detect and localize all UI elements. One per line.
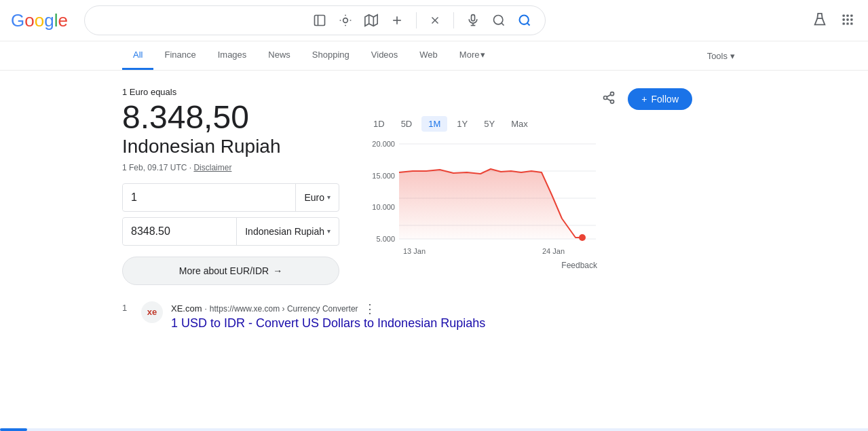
svg-rect-17	[846, 14, 848, 16]
to-input-row: Indonesian Rupiah ▾	[122, 217, 339, 246]
from-input-row: Euro ▾	[122, 183, 339, 212]
svg-point-27	[611, 100, 614, 103]
chart-x-labels: 13 Jan 24 Jan	[366, 247, 597, 255]
svg-rect-23	[846, 22, 848, 24]
svg-marker-2	[365, 15, 377, 26]
to-value-input[interactable]	[123, 219, 236, 244]
converter-card: 1 Euro equals 8.348,50 Indonesian Rupiah…	[122, 87, 692, 285]
map-icon[interactable]	[362, 11, 381, 30]
header: Google conversion dollar to rupiah	[0, 0, 868, 41]
time-tabs: 1D 5D 1M 1Y 5Y Max	[366, 116, 692, 132]
date-disclaimer: 1 Feb, 09.17 UTC · Disclaimer	[122, 163, 339, 172]
svg-rect-24	[850, 22, 852, 24]
mic-icon[interactable]	[464, 11, 483, 30]
chart-y-and-plot: 20.000 15.000 10.000 5.000	[366, 137, 597, 246]
search-icon[interactable]	[515, 11, 534, 30]
time-tab-1d[interactable]: 1D	[366, 116, 392, 132]
to-currency-select[interactable]: Indonesian Rupiah ▾	[237, 221, 339, 242]
svg-line-28	[607, 98, 611, 100]
time-tab-1y[interactable]: 1Y	[450, 116, 474, 132]
result-title-link[interactable]: 1 USD to IDR - Convert US Dollars to Ind…	[171, 316, 485, 330]
share-button[interactable]	[598, 87, 620, 111]
follow-plus-icon: +	[641, 94, 647, 105]
time-tab-5d[interactable]: 5D	[394, 116, 419, 132]
svg-point-12	[493, 16, 502, 24]
bookmark-icon[interactable]	[310, 11, 329, 30]
svg-line-15	[527, 23, 530, 26]
disclaimer-link[interactable]: Disclaimer	[193, 163, 231, 172]
euro-equals-label: 1 Euro equals	[122, 87, 339, 97]
svg-rect-0	[314, 16, 324, 26]
svg-line-13	[502, 23, 504, 26]
divider2	[453, 12, 454, 29]
follow-button[interactable]: + Follow	[628, 88, 692, 110]
chart-container: 20.000 15.000 10.000 5.000	[366, 137, 597, 270]
svg-rect-22	[843, 22, 845, 24]
table-row: 1 xe XE.com · https://www.xe.com › Curre…	[122, 301, 692, 331]
from-currency-select[interactable]: Euro ▾	[296, 187, 339, 208]
from-value-input[interactable]	[123, 185, 295, 210]
chart-svg	[399, 137, 596, 246]
divider	[416, 12, 417, 29]
more-about-button[interactable]: More about EUR/IDR →	[122, 257, 339, 285]
search-input[interactable]: conversion dollar to rupiah	[96, 14, 305, 26]
svg-point-14	[519, 16, 528, 24]
nav-shopping[interactable]: Shopping	[301, 41, 360, 70]
lens-icon[interactable]	[489, 11, 508, 30]
to-currency-chevron: ▾	[327, 227, 331, 235]
result-content: XE.com · https://www.xe.com › Currency C…	[171, 301, 692, 331]
feedback-row: Feedback	[366, 261, 597, 270]
clear-icon[interactable]	[426, 12, 444, 29]
svg-rect-18	[850, 14, 852, 16]
svg-rect-16	[843, 14, 845, 16]
chart-y-labels: 20.000 15.000 10.000 5.000	[366, 137, 399, 246]
result-logo-xe: xe	[141, 301, 163, 323]
nav-right: Tools ▾	[696, 43, 746, 69]
svg-rect-21	[850, 18, 852, 20]
more-chevron-icon: ▾	[480, 50, 485, 60]
nav-videos[interactable]: Videos	[360, 41, 409, 70]
result-url: XE.com · https://www.xe.com › Currency C…	[171, 301, 692, 316]
google-logo[interactable]: Google	[11, 10, 68, 31]
search-action-icons	[310, 11, 534, 30]
header-right	[810, 10, 857, 32]
nav-images[interactable]: Images	[207, 41, 258, 70]
svg-line-29	[607, 94, 611, 96]
nav-bar: All Finance Images News Shopping Videos …	[0, 41, 868, 71]
add-icon[interactable]	[388, 11, 407, 30]
main-content: 1 Euro equals 8.348,50 Indonesian Rupiah…	[0, 71, 814, 352]
chart-end-dot	[579, 234, 586, 241]
svg-rect-9	[471, 15, 474, 21]
currency-name: Indonesian Rupiah	[122, 136, 339, 157]
svg-point-25	[611, 92, 614, 96]
nav-finance[interactable]: Finance	[153, 41, 206, 70]
result-number: 1	[122, 301, 133, 331]
tools-button[interactable]: Tools ▾	[696, 43, 746, 69]
arrow-icon: →	[273, 265, 282, 276]
time-tab-max[interactable]: Max	[504, 116, 535, 132]
chart-header: + Follow	[366, 87, 692, 111]
time-tab-5y[interactable]: 5Y	[477, 116, 502, 132]
custom-icon-2[interactable]	[336, 11, 355, 30]
svg-point-26	[604, 96, 607, 100]
search-bar: conversion dollar to rupiah	[84, 5, 546, 35]
amount-display: 8.348,50	[122, 100, 339, 136]
feedback-button[interactable]: Feedback	[561, 261, 597, 270]
labs-icon[interactable]	[810, 10, 830, 32]
from-currency-chevron: ▾	[327, 193, 331, 201]
svg-rect-19	[843, 18, 845, 20]
search-results: 1 xe XE.com · https://www.xe.com › Curre…	[122, 301, 692, 331]
svg-rect-20	[846, 18, 848, 20]
time-tab-1m[interactable]: 1M	[421, 116, 447, 132]
apps-icon[interactable]	[838, 10, 857, 31]
tools-chevron-icon: ▾	[730, 51, 735, 61]
nav-web[interactable]: Web	[409, 41, 449, 70]
more-options-button[interactable]: ⋮	[361, 301, 379, 316]
nav-news[interactable]: News	[257, 41, 301, 70]
svg-point-1	[343, 18, 348, 23]
converter-right: + Follow 1D 5D 1M 1Y 5Y Max 20.000 15.00…	[366, 87, 692, 270]
nav-more[interactable]: More ▾	[449, 41, 497, 70]
nav-all[interactable]: All	[122, 41, 153, 70]
converter-left: 1 Euro equals 8.348,50 Indonesian Rupiah…	[122, 87, 339, 285]
